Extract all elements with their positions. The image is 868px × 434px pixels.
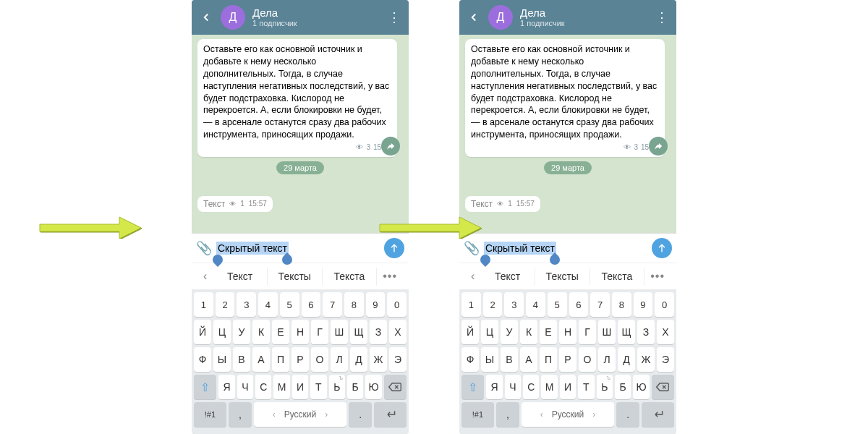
key-backspace[interactable] (652, 375, 674, 399)
key-К[interactable]: К (520, 320, 537, 344)
message-input[interactable]: Скрытый текст (484, 242, 556, 255)
key-И[interactable]: И (560, 375, 576, 399)
key-В[interactable]: В (501, 347, 518, 372)
key-Д[interactable]: Д (618, 347, 635, 372)
chat-area[interactable]: Оставьте его как основной источник и доб… (192, 35, 409, 233)
suggestion-0[interactable]: Текст (213, 268, 268, 285)
attach-icon[interactable]: 📎 (464, 240, 480, 256)
back-button[interactable] (197, 9, 215, 26)
key-Э[interactable]: Э (389, 347, 407, 372)
key-Ь[interactable]: ЬЪ (597, 375, 613, 399)
key-О[interactable]: О (579, 347, 596, 372)
key-Г[interactable]: Г (311, 320, 328, 344)
key-4[interactable]: 4 (258, 292, 278, 317)
back-button[interactable] (465, 9, 482, 26)
key-7[interactable]: 7 (590, 292, 610, 317)
attach-icon[interactable]: 📎 (196, 240, 212, 256)
suggestion-1[interactable]: Тексты (268, 268, 323, 285)
key-Ц[interactable]: Ц (481, 320, 498, 344)
key-Р[interactable]: Р (559, 347, 576, 372)
key-1[interactable]: 1 (194, 292, 213, 317)
key-Я[interactable]: Я (486, 375, 502, 399)
key-Ж[interactable]: Ж (370, 347, 387, 372)
key-Ф[interactable]: Ф (194, 347, 211, 372)
key-Г[interactable]: Г (579, 320, 596, 344)
key-Л[interactable]: Л (598, 347, 616, 372)
key-comma[interactable]: , (496, 402, 519, 427)
key-И[interactable]: И (292, 375, 308, 399)
key-symbols[interactable]: !#1 (461, 402, 494, 427)
suggestion-more[interactable]: ••• (644, 270, 671, 283)
key-Ю[interactable]: Ю (365, 375, 381, 399)
suggestion-more[interactable]: ••• (377, 270, 403, 283)
key-Р[interactable]: Р (292, 347, 309, 372)
menu-button[interactable]: ⋮ (653, 9, 671, 26)
key-Й[interactable]: Й (194, 320, 211, 344)
key-symbols[interactable]: !#1 (194, 402, 226, 427)
key-З[interactable]: З (637, 320, 655, 344)
forward-button[interactable] (381, 137, 400, 156)
send-button[interactable] (384, 238, 404, 258)
key-Б[interactable]: Б (347, 375, 363, 399)
key-9[interactable]: 9 (366, 292, 386, 317)
suggestion-back[interactable]: ‹ (465, 270, 480, 283)
suggestion-0[interactable]: Текст (480, 268, 535, 285)
key-5[interactable]: 5 (548, 292, 567, 317)
key-dot[interactable]: . (349, 402, 372, 427)
key-Ь[interactable]: ЬЪ (329, 375, 345, 399)
key-Ш[interactable]: Ш (598, 320, 616, 344)
key-9[interactable]: 9 (634, 292, 653, 317)
key-У[interactable]: У (501, 320, 518, 344)
key-К[interactable]: К (252, 320, 270, 344)
key-Е[interactable]: Е (540, 320, 557, 344)
key-Ы[interactable]: Ы (213, 347, 231, 372)
key-А[interactable]: А (520, 347, 537, 372)
key-Ш[interactable]: Ш (331, 320, 348, 344)
message-bubble[interactable]: Оставьте его как основной источник и доб… (465, 39, 665, 157)
key-С[interactable]: С (523, 375, 539, 399)
key-Щ[interactable]: Щ (350, 320, 367, 344)
key-М[interactable]: М (273, 375, 289, 399)
key-Ф[interactable]: Ф (461, 347, 479, 372)
key-Б[interactable]: Б (615, 375, 631, 399)
key-2[interactable]: 2 (216, 292, 235, 317)
key-shift[interactable]: ⇧ (461, 375, 484, 399)
key-Ю[interactable]: Ю (633, 375, 649, 399)
key-6[interactable]: 6 (302, 292, 321, 317)
key-Л[interactable]: Л (331, 347, 348, 372)
key-6[interactable]: 6 (569, 292, 589, 317)
key-3[interactable]: 3 (504, 292, 524, 317)
key-Е[interactable]: Е (272, 320, 289, 344)
key-Э[interactable]: Э (657, 347, 674, 372)
key-space[interactable]: ‹Русский› (254, 402, 346, 427)
key-enter[interactable] (374, 402, 407, 427)
key-comma[interactable]: , (229, 402, 252, 427)
key-Н[interactable]: Н (292, 320, 309, 344)
key-Й[interactable]: Й (461, 320, 479, 344)
key-0[interactable]: 0 (655, 292, 674, 317)
key-А[interactable]: А (252, 347, 270, 372)
key-Ы[interactable]: Ы (481, 347, 498, 372)
message-bubble[interactable]: Оставьте его как основной источник и доб… (197, 39, 397, 157)
key-1[interactable]: 1 (461, 292, 481, 317)
key-Х[interactable]: Х (389, 320, 407, 344)
key-Т[interactable]: Т (310, 375, 326, 399)
suggestion-2[interactable]: Текста (590, 268, 645, 285)
key-З[interactable]: З (370, 320, 387, 344)
key-О[interactable]: О (311, 347, 328, 372)
key-enter[interactable] (642, 402, 674, 427)
key-dot[interactable]: . (616, 402, 639, 427)
key-Я[interactable]: Я (218, 375, 234, 399)
key-Д[interactable]: Д (350, 347, 367, 372)
key-У[interactable]: У (233, 320, 250, 344)
key-0[interactable]: 0 (387, 292, 407, 317)
chat-area[interactable]: Оставьте его как основной источник и доб… (459, 35, 676, 233)
key-Ж[interactable]: Ж (637, 347, 655, 372)
key-7[interactable]: 7 (323, 292, 342, 317)
key-backspace[interactable] (384, 375, 407, 399)
key-8[interactable]: 8 (612, 292, 631, 317)
message-input[interactable]: Скрытый текст (216, 242, 289, 255)
menu-button[interactable]: ⋮ (386, 9, 403, 26)
suggestion-back[interactable]: ‹ (197, 270, 213, 283)
key-Ч[interactable]: Ч (505, 375, 521, 399)
